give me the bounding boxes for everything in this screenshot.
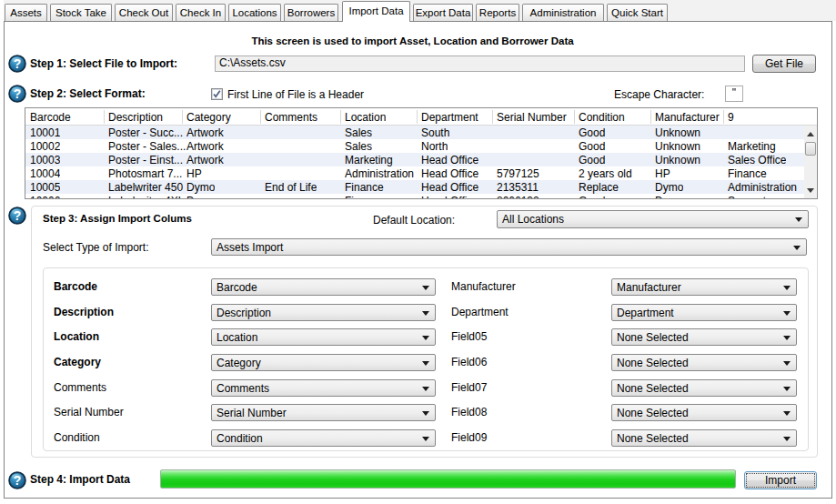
svg-text:?: ?	[14, 473, 22, 488]
svg-text:?: ?	[14, 86, 22, 101]
svg-text:?: ?	[14, 56, 22, 71]
svg-text:?: ?	[14, 208, 22, 223]
